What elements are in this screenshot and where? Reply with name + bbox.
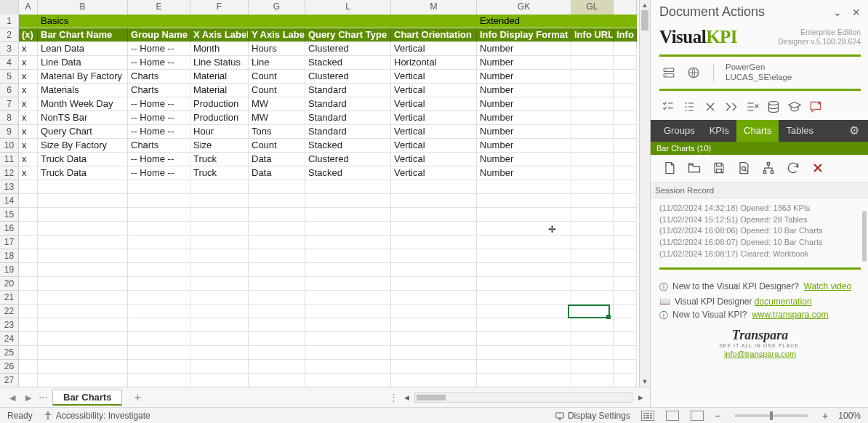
cell[interactable] — [249, 235, 305, 249]
search-doc-icon[interactable] — [735, 159, 752, 177]
cell[interactable] — [571, 84, 614, 97]
row-header[interactable]: 26 — [0, 360, 18, 374]
hscroll-thumb[interactable] — [417, 395, 446, 400]
cell[interactable] — [249, 318, 305, 332]
cell[interactable]: Info URL — [571, 28, 614, 42]
cell[interactable] — [19, 291, 38, 305]
cell[interactable] — [614, 42, 637, 56]
cell[interactable] — [305, 15, 391, 28]
cell[interactable]: Data — [249, 166, 305, 180]
cell[interactable] — [477, 291, 571, 305]
cell[interactable]: -- Home -- — [128, 153, 190, 166]
cell[interactable] — [190, 291, 249, 305]
cell[interactable] — [249, 222, 305, 235]
cell[interactable] — [128, 374, 190, 387]
select-all-corner[interactable] — [0, 0, 19, 15]
cell[interactable] — [477, 222, 571, 235]
cell[interactable] — [391, 346, 477, 360]
cell[interactable]: Size By Factory — [38, 139, 128, 153]
cell[interactable] — [391, 374, 477, 387]
cell[interactable] — [614, 84, 637, 97]
cell[interactable] — [38, 235, 128, 249]
cell[interactable] — [571, 70, 614, 84]
cell[interactable]: Materials — [38, 84, 128, 97]
cell[interactable]: Vertical — [391, 153, 477, 166]
cell[interactable] — [571, 125, 614, 139]
row-header[interactable]: 8 — [0, 111, 18, 125]
cell[interactable]: Vertical — [391, 111, 477, 125]
row-header[interactable]: 24 — [0, 332, 18, 346]
cell[interactable] — [249, 180, 305, 194]
cell[interactable] — [305, 277, 391, 291]
cell[interactable] — [391, 291, 477, 305]
cell[interactable] — [190, 374, 249, 387]
row-header[interactable]: 4 — [0, 56, 18, 70]
cell[interactable]: Vertical — [391, 97, 477, 111]
cell[interactable]: Number — [477, 166, 571, 180]
cell[interactable]: Number — [477, 153, 571, 166]
cell[interactable]: Line Status — [190, 56, 249, 70]
cell[interactable] — [614, 166, 637, 180]
cell[interactable] — [19, 374, 38, 387]
cell[interactable]: -- Home -- — [128, 125, 190, 139]
col-header-GK[interactable]: GK — [477, 0, 571, 15]
row-header[interactable]: 10 — [0, 139, 18, 153]
double-x-icon[interactable] — [723, 98, 740, 116]
cell[interactable] — [391, 222, 477, 235]
cell[interactable] — [614, 360, 637, 374]
cell[interactable] — [249, 332, 305, 346]
cell[interactable] — [249, 194, 305, 208]
cell[interactable] — [38, 305, 128, 318]
cell[interactable] — [614, 70, 637, 84]
cell[interactable] — [614, 249, 637, 263]
cell[interactable] — [249, 291, 305, 305]
cell[interactable]: Standard — [305, 111, 391, 125]
cell[interactable] — [571, 263, 614, 277]
cell[interactable] — [38, 346, 128, 360]
cell[interactable] — [305, 346, 391, 360]
cell[interactable] — [571, 97, 614, 111]
cell[interactable] — [477, 305, 571, 318]
graduation-icon[interactable] — [786, 98, 803, 116]
cell[interactable] — [571, 208, 614, 222]
cell[interactable] — [38, 180, 128, 194]
row-header[interactable]: 18 — [0, 249, 18, 263]
cell[interactable] — [128, 180, 190, 194]
col-header-last[interactable] — [614, 0, 637, 15]
cell[interactable] — [571, 249, 614, 263]
cell[interactable] — [571, 346, 614, 360]
cell[interactable] — [614, 208, 637, 222]
col-header-E[interactable]: E — [128, 0, 190, 15]
checklist-icon[interactable] — [659, 98, 677, 116]
cell[interactable]: Data — [249, 153, 305, 166]
cell[interactable] — [128, 263, 190, 277]
sheet-tab-active[interactable]: Bar Charts — [52, 390, 122, 406]
cell[interactable] — [571, 305, 614, 318]
cell[interactable]: Group Name — [128, 28, 190, 42]
cell[interactable] — [19, 180, 38, 194]
cell-grid[interactable]: ✛ BasicsExtended(x)Bar Chart NameGroup N… — [19, 15, 639, 387]
scroll-down-arrow[interactable]: ▼ — [640, 376, 650, 387]
cell[interactable] — [190, 318, 249, 332]
display-settings[interactable]: Display Settings — [555, 411, 630, 421]
cell[interactable] — [249, 208, 305, 222]
cell[interactable] — [571, 153, 614, 166]
cell[interactable] — [128, 249, 190, 263]
accessibility-status[interactable]: Accessibility: Investigate — [43, 411, 150, 421]
hscroll-right[interactable]: ▶ — [635, 392, 646, 403]
cell[interactable] — [614, 318, 637, 332]
cell[interactable] — [305, 194, 391, 208]
row-header[interactable]: 15 — [0, 208, 18, 222]
cell[interactable] — [614, 56, 637, 70]
row-header[interactable]: 22 — [0, 305, 18, 318]
cell[interactable] — [614, 277, 637, 291]
cell[interactable] — [128, 305, 190, 318]
cell[interactable] — [614, 332, 637, 346]
cell[interactable] — [305, 208, 391, 222]
cell[interactable]: -- Home -- — [128, 42, 190, 56]
cell[interactable]: Info Display Format — [477, 28, 571, 42]
row-header[interactable]: 7 — [0, 97, 18, 111]
row-header[interactable]: 16 — [0, 222, 18, 235]
cell[interactable]: Month Week Day — [38, 97, 128, 111]
cell[interactable] — [571, 139, 614, 153]
